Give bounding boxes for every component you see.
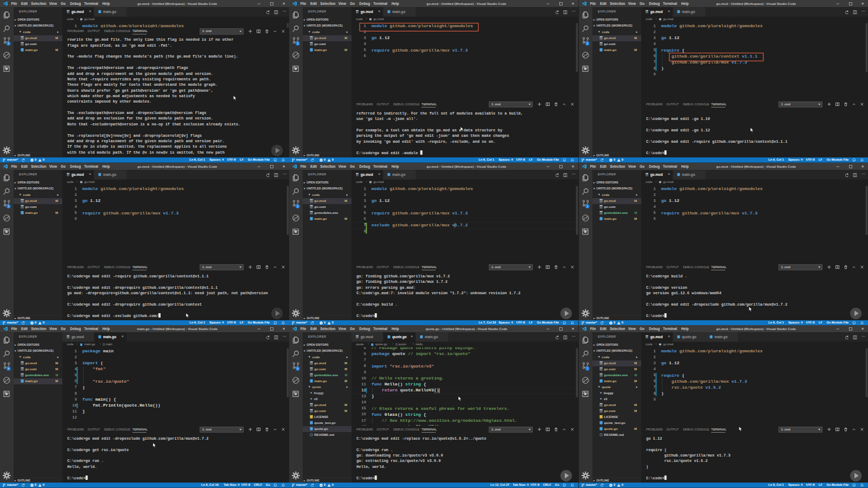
svg-text:2: 2 xyxy=(8,42,9,45)
